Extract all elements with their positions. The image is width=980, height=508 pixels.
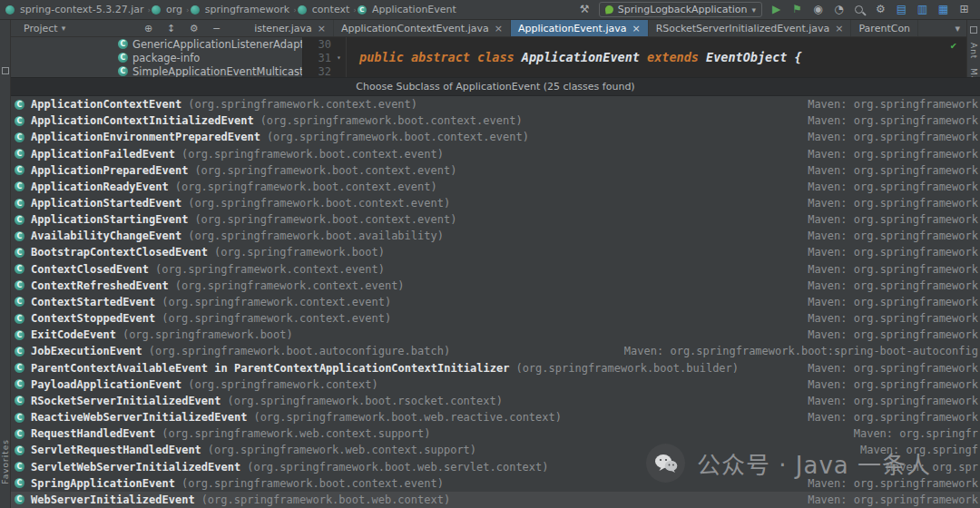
- class-icon: C: [15, 264, 24, 274]
- project-tree-item[interactable]: C GenericApplicationListenerAdapter: [11, 37, 302, 51]
- locate-icon[interactable]: ⊕: [142, 22, 155, 35]
- project-view-header[interactable]: Project ▾: [11, 20, 74, 36]
- class-list-item[interactable]: C BootstrapContextClosedEvent (org.sprin…: [11, 244, 980, 260]
- code-token: class: [477, 50, 522, 64]
- close-icon[interactable]: ×: [318, 24, 326, 34]
- class-list-item[interactable]: C ApplicationContextInitializedEvent (or…: [11, 112, 980, 129]
- class-list-item[interactable]: C SpringApplicationEvent (org.springfram…: [11, 475, 980, 492]
- project-label: Project: [24, 23, 58, 34]
- windows-icon[interactable]: ⊞: [957, 3, 971, 16]
- class-list-item[interactable]: C ReactiveWebServerInitializedEvent (org…: [11, 409, 980, 425]
- layout-icon[interactable]: ▤: [895, 3, 908, 16]
- run-config-select[interactable]: SpringLogbackApplication ▾: [599, 2, 762, 17]
- database-icon[interactable]: ▥: [916, 3, 929, 16]
- class-list-item[interactable]: C ContextStoppedEvent (org.springframewo…: [11, 310, 980, 327]
- breadcrumb-item[interactable]: spring-context-5.3.27.jar ›: [5, 4, 152, 15]
- class-list-item[interactable]: C ApplicationContextEvent (org.springfra…: [11, 96, 980, 112]
- profiler-icon[interactable]: ◔: [832, 3, 846, 16]
- class-list-item[interactable]: C AvailabilityChangeEvent (org.springfra…: [11, 228, 980, 244]
- chevron-down-icon: ▾: [62, 24, 66, 33]
- left-tool-window-stripe: Favorites: [0, 20, 11, 508]
- debug-icon[interactable]: ⚑: [790, 3, 804, 16]
- project-tree-item[interactable]: C package-info: [11, 51, 302, 64]
- class-list-item[interactable]: C ApplicationStartingEvent (org.springfr…: [11, 211, 980, 228]
- class-list-item[interactable]: C ContextStartedEvent (org.springframewo…: [11, 294, 980, 310]
- class-icon: C: [15, 280, 24, 290]
- class-icon: C: [15, 132, 24, 142]
- class-list-item[interactable]: C WebServerInitializedEvent (org.springf…: [11, 492, 980, 508]
- settings-icon[interactable]: ⚙: [874, 3, 887, 16]
- class-icon: C: [15, 478, 24, 488]
- inspections-ok-icon[interactable]: ✔: [950, 40, 956, 52]
- class-list-item[interactable]: C RSocketServerInitializedEvent (org.spr…: [11, 393, 980, 409]
- breadcrumb-item[interactable]: springframework ›: [191, 4, 298, 15]
- scroll-from-source-icon[interactable]: ↕: [164, 22, 178, 35]
- code-token: EventObject: [706, 50, 795, 64]
- breadcrumb-item[interactable]: C ApplicationEvent: [358, 4, 461, 15]
- class-list-item[interactable]: C ApplicationReadyEvent (org.springframe…: [11, 179, 980, 195]
- tool-window-icon[interactable]: [2, 67, 9, 74]
- project-tree: C GenericApplicationListenerAdapter C pa…: [11, 37, 303, 78]
- class-list-item[interactable]: C ServletRequestHandledEvent (org.spring…: [11, 442, 980, 458]
- project-tree-item[interactable]: C SimpleApplicationEventMulticaster: [11, 64, 302, 78]
- class-icon: C: [15, 181, 24, 191]
- class-icon: C: [358, 5, 367, 15]
- tab-overflow-chevron[interactable]: ▾: [949, 20, 965, 36]
- class-list-item[interactable]: C ServletWebServerInitializedEvent (org.…: [11, 458, 980, 474]
- class-icon: C: [15, 445, 24, 455]
- class-list-item[interactable]: C ApplicationPreparedEvent (org.springfr…: [11, 162, 980, 179]
- run-button[interactable]: ▶: [769, 3, 783, 16]
- coverage-icon[interactable]: ◉: [811, 3, 825, 16]
- code-token: ApplicationEvent: [522, 50, 647, 64]
- class-list-item[interactable]: C JobExecutionEvent (org.springframework…: [11, 343, 980, 359]
- editor[interactable]: public abstract class ApplicationEvent e…: [347, 37, 980, 78]
- class-icon: C: [15, 199, 24, 209]
- class-icon: C: [118, 66, 128, 76]
- close-icon[interactable]: ×: [495, 24, 503, 34]
- chevron-down-icon: ▾: [751, 5, 756, 15]
- popup-title: Choose Subclass of ApplicationEvent (25 …: [11, 78, 980, 96]
- class-list-item[interactable]: C RequestHandledEvent (org.springframewo…: [11, 425, 980, 442]
- class-list-item[interactable]: C ApplicationFailedEvent (org.springfram…: [11, 145, 980, 161]
- search-icon[interactable]: [853, 4, 867, 16]
- hide-icon[interactable]: −: [210, 22, 223, 35]
- class-icon: [298, 5, 307, 15]
- editor-tab[interactable]: istener.java ×: [247, 20, 334, 36]
- breadcrumb-item[interactable]: context ›: [298, 4, 358, 15]
- subclass-gutter-icon[interactable]: ▾: [334, 54, 344, 62]
- build-hammer-icon[interactable]: ⚒: [578, 3, 592, 16]
- class-icon: C: [15, 429, 24, 439]
- close-icon[interactable]: ×: [632, 24, 640, 34]
- class-icon: C: [15, 215, 24, 225]
- breadcrumb-item[interactable]: org ›: [152, 4, 191, 15]
- editor-tab[interactable]: RSocketServerInitializedEvent.java ×: [649, 20, 852, 36]
- editor-tab[interactable]: ApplicationContextEvent.java ×: [334, 20, 511, 36]
- code-token: extends: [647, 50, 706, 64]
- tool-window-button-favorites[interactable]: Favorites: [1, 439, 10, 484]
- class-list-item[interactable]: C ApplicationStartedEvent (org.springfra…: [11, 195, 980, 211]
- code-token: abstract: [411, 50, 477, 64]
- editor-area: C GenericApplicationListenerAdapter C pa…: [11, 37, 980, 78]
- class-list-item[interactable]: C ContextRefreshedEvent (org.springframe…: [11, 278, 980, 294]
- class-list-item[interactable]: C ParentContextAvailableEvent in ParentC…: [11, 360, 980, 376]
- class-list-item[interactable]: C PayloadApplicationEvent (org.springfra…: [11, 376, 980, 393]
- toolbar-icon-group: ▶⚑◉◔⚙▤▥▦⊞: [769, 3, 971, 16]
- gutter-line: 31 ▾: [303, 51, 346, 64]
- class-icon: C: [15, 231, 24, 241]
- class-icon: [191, 5, 200, 15]
- tool-window-icon[interactable]: [970, 26, 977, 34]
- class-icon: C: [118, 53, 128, 63]
- class-list-item[interactable]: C ExitCodeEvent (org.springframework.boo…: [11, 327, 980, 343]
- choose-class-popup: Choose Subclass of ApplicationEvent (25 …: [11, 78, 980, 508]
- code-line: public abstract class ApplicationEvent e…: [359, 51, 980, 64]
- close-icon[interactable]: ×: [835, 24, 843, 34]
- settings-icon[interactable]: ⚙: [187, 22, 201, 35]
- editor-tab[interactable]: ParentCon: [851, 20, 918, 36]
- tool-window-button-ant[interactable]: Ant: [969, 43, 978, 59]
- editor-gutter: 30 31 ▾ 32: [303, 37, 347, 78]
- class-list-item[interactable]: C ContextClosedEvent (org.springframewor…: [11, 261, 980, 278]
- editor-tab[interactable]: ApplicationEvent.java ×: [511, 20, 649, 36]
- structure-icon[interactable]: ▦: [936, 3, 950, 16]
- run-config-label: SpringLogbackApplication: [618, 4, 748, 15]
- class-list-item[interactable]: C ApplicationEnvironmentPreparedEvent (o…: [11, 129, 980, 145]
